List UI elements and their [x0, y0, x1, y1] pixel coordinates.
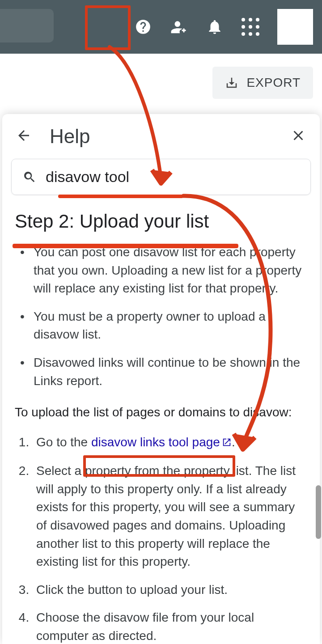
top-toolbar — [0, 0, 322, 54]
back-button[interactable] — [16, 127, 32, 145]
help-article-content: Step 2: Upload your list You can post on… — [2, 208, 320, 644]
help-icon[interactable] — [134, 18, 152, 36]
list-item: Go to the disavow links tool page. — [33, 433, 307, 452]
list-item: Click the button to upload your list. — [33, 581, 307, 599]
avatar[interactable] — [277, 9, 313, 45]
list-item: Choose the disavow file from your local … — [33, 609, 307, 644]
list-item: Disavowed links will continue to be show… — [20, 354, 307, 390]
article-steps-list: Go to the disavow links tool page. Selec… — [15, 433, 307, 644]
help-title: Help — [50, 125, 272, 148]
download-icon — [225, 76, 238, 89]
list-item: You can post one disavow list for each p… — [20, 243, 307, 298]
article-heading: Step 2: Upload your list — [15, 211, 307, 232]
property-selector-pill[interactable] — [0, 9, 54, 42]
help-search-input[interactable] — [46, 168, 300, 186]
arrow-left-icon — [16, 127, 32, 144]
close-icon — [290, 127, 306, 144]
help-header: Help — [2, 114, 320, 159]
list-item: You must be a property owner to upload a… — [20, 308, 307, 344]
help-panel: Help Step 2: Upload your list You can po… — [2, 114, 320, 644]
export-button-label: EXPORT — [246, 76, 301, 90]
apps-grid-icon[interactable] — [242, 18, 259, 36]
article-subheading: To upload the list of pages or domains t… — [15, 403, 307, 421]
notifications-icon[interactable] — [206, 18, 224, 36]
scrollbar-thumb[interactable] — [316, 485, 321, 539]
close-button[interactable] — [290, 127, 306, 145]
article-bullet-list: You can post one disavow list for each p… — [15, 243, 307, 390]
search-icon — [22, 170, 37, 184]
list-item: Select a property from the property list… — [33, 462, 307, 571]
user-settings-icon[interactable] — [170, 18, 188, 36]
external-link-icon — [222, 434, 232, 453]
help-search-box[interactable] — [11, 159, 311, 195]
disavow-tool-link[interactable]: disavow links tool page — [91, 435, 232, 449]
export-button[interactable]: EXPORT — [212, 67, 313, 99]
export-toolbar: EXPORT — [0, 54, 322, 112]
